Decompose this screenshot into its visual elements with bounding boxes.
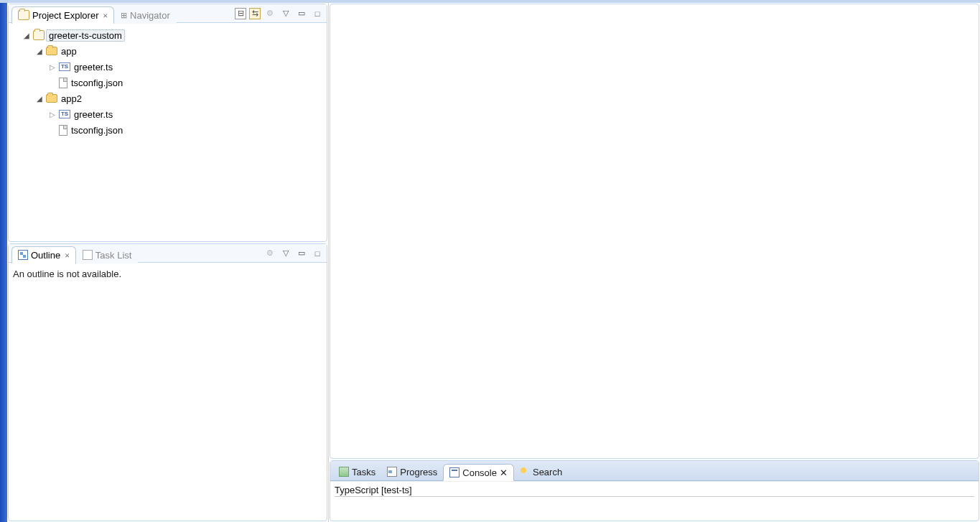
view-menu-gear-icon[interactable]: ⚙ bbox=[263, 247, 276, 260]
tab-label: Search bbox=[533, 467, 562, 477]
tab-console[interactable]: Console ✕ bbox=[443, 464, 514, 481]
tree-folder-row[interactable]: app bbox=[11, 43, 324, 59]
tree-label[interactable]: greeter.ts bbox=[72, 109, 115, 120]
bottom-tabbar: Tasks Progress Console ✕ Search bbox=[330, 461, 979, 481]
typescript-file-icon: TS bbox=[59, 62, 70, 71]
folder-icon bbox=[46, 94, 57, 103]
right-column: Tasks Progress Console ✕ Search TypeScri… bbox=[329, 3, 980, 522]
console-body[interactable]: TypeScript [test-ts] bbox=[330, 481, 979, 521]
outline-tabbar: Outline ✕ Task List ⚙ ▽ ▭ □ bbox=[9, 244, 327, 263]
tab-label: Navigator bbox=[130, 10, 170, 21]
project-explorer-view: Project Explorer ✕ ⊞ Navigator ⊟ ⇆ ⚙ ▽ ▭… bbox=[8, 4, 327, 242]
left-column: Project Explorer ✕ ⊞ Navigator ⊟ ⇆ ⚙ ▽ ▭… bbox=[7, 3, 329, 522]
explorer-tabbar: Project Explorer ✕ ⊞ Navigator ⊟ ⇆ ⚙ ▽ ▭… bbox=[9, 4, 327, 23]
typescript-file-icon: TS bbox=[59, 110, 70, 118]
maximize-icon[interactable]: □ bbox=[311, 247, 324, 260]
bottom-panel: Tasks Progress Console ✕ Search TypeScri… bbox=[330, 460, 979, 521]
view-menu-dropdown-icon[interactable]: ▽ bbox=[279, 7, 292, 20]
close-icon[interactable]: ✕ bbox=[103, 11, 108, 20]
tree-label[interactable]: tsconfig.json bbox=[69, 125, 125, 136]
tab-outline[interactable]: Outline ✕ bbox=[11, 246, 76, 264]
tree-label[interactable]: greeter-ts-custom bbox=[46, 29, 125, 42]
tasks-icon bbox=[339, 467, 349, 477]
outline-body: An outline is not available. bbox=[9, 263, 327, 285]
tab-label: Tasks bbox=[352, 467, 375, 477]
tree-file-row[interactable]: TS greeter.ts bbox=[11, 106, 324, 122]
minimize-icon[interactable]: ▭ bbox=[295, 247, 308, 260]
tab-search[interactable]: Search bbox=[514, 463, 568, 480]
tab-label: Progress bbox=[400, 467, 437, 477]
tree-label[interactable]: app bbox=[59, 46, 79, 57]
expand-arrow-icon[interactable] bbox=[34, 47, 45, 55]
editor-area[interactable] bbox=[330, 4, 979, 459]
tab-label: Project Explorer bbox=[32, 10, 98, 21]
tree-file-row[interactable]: TS greeter.ts bbox=[11, 59, 324, 75]
tab-project-explorer[interactable]: Project Explorer ✕ bbox=[11, 6, 114, 24]
tree-folder-row[interactable]: app2 bbox=[11, 90, 324, 106]
project-icon bbox=[33, 30, 45, 40]
close-icon[interactable]: ✕ bbox=[500, 467, 508, 478]
tab-label: Task List bbox=[95, 250, 132, 261]
view-menu-gear-icon[interactable]: ⚙ bbox=[263, 7, 276, 20]
console-title: TypeScript [test-ts] bbox=[335, 485, 974, 497]
console-icon bbox=[449, 467, 459, 477]
project-tree[interactable]: greeter-ts-custom app TS greeter.ts tsco… bbox=[9, 23, 327, 241]
tree-file-row[interactable]: tsconfig.json bbox=[11, 75, 324, 90]
tree-label[interactable]: app2 bbox=[59, 93, 84, 104]
tree-label[interactable]: tsconfig.json bbox=[69, 78, 125, 88]
navigator-icon: ⊞ bbox=[121, 11, 127, 20]
view-menu-dropdown-icon[interactable]: ▽ bbox=[279, 247, 292, 260]
tree-label[interactable]: greeter.ts bbox=[72, 62, 115, 73]
tab-tasks[interactable]: Tasks bbox=[333, 463, 381, 480]
outline-view: Outline ✕ Task List ⚙ ▽ ▭ □ An outline i… bbox=[8, 243, 327, 521]
tab-label: Console bbox=[462, 467, 497, 478]
outline-icon bbox=[18, 250, 28, 260]
expand-arrow-icon[interactable] bbox=[22, 32, 32, 39]
progress-icon bbox=[387, 467, 397, 477]
tab-label: Outline bbox=[31, 250, 60, 261]
tree-project-row[interactable]: greeter-ts-custom bbox=[11, 27, 324, 43]
tab-navigator[interactable]: ⊞ Navigator bbox=[114, 6, 177, 24]
tab-progress[interactable]: Progress bbox=[381, 463, 443, 480]
minimize-icon[interactable]: ▭ bbox=[295, 7, 308, 20]
expand-arrow-icon[interactable] bbox=[47, 111, 57, 118]
folder-icon bbox=[46, 47, 57, 55]
expand-arrow-icon[interactable] bbox=[34, 95, 45, 103]
file-icon bbox=[59, 78, 67, 88]
expand-arrow-icon[interactable] bbox=[47, 63, 57, 71]
tab-task-list[interactable]: Task List bbox=[76, 246, 139, 264]
outline-toolbar: ⚙ ▽ ▭ □ bbox=[263, 247, 324, 260]
task-list-icon bbox=[83, 250, 93, 260]
explorer-toolbar: ⊟ ⇆ ⚙ ▽ ▭ □ bbox=[235, 7, 324, 20]
project-explorer-icon bbox=[18, 10, 29, 20]
window-left-stripe bbox=[0, 3, 7, 522]
tree-file-row[interactable]: tsconfig.json bbox=[11, 122, 324, 138]
search-icon bbox=[520, 467, 530, 477]
link-with-editor-icon[interactable]: ⇆ bbox=[249, 8, 261, 19]
maximize-icon[interactable]: □ bbox=[311, 7, 324, 20]
file-icon bbox=[59, 125, 67, 136]
collapse-all-icon[interactable]: ⊟ bbox=[235, 8, 246, 19]
close-icon[interactable]: ✕ bbox=[65, 251, 70, 260]
outline-message: An outline is not available. bbox=[13, 269, 121, 279]
